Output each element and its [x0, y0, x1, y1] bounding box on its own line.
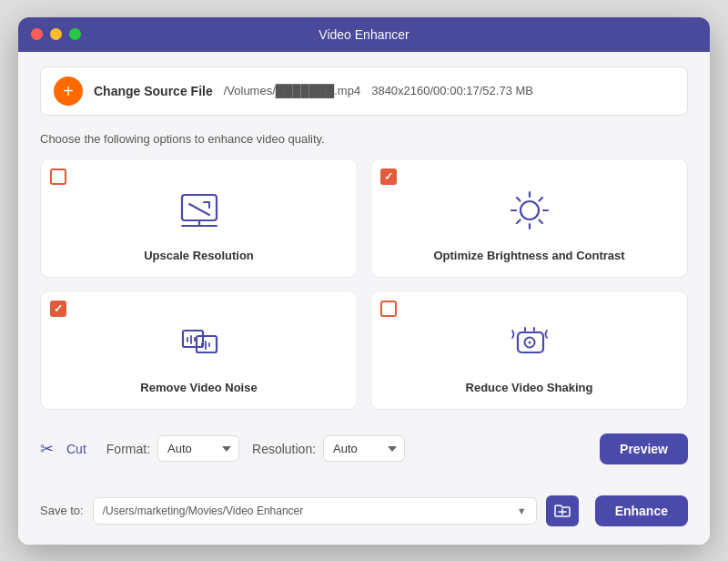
main-window: Video Enhancer + Change Source File /Vol…: [18, 17, 710, 545]
hint-text: Choose the following options to enhance …: [40, 132, 688, 146]
svg-point-25: [528, 341, 531, 343]
minimize-button[interactable]: [50, 28, 62, 40]
save-path-text: /Users/marketing/Movies/Video Enhancer: [103, 505, 304, 517]
folder-icon: [554, 504, 571, 518]
noise-title: Remove Video Noise: [140, 381, 257, 394]
change-source-label: Change Source File: [94, 84, 213, 98]
noise-icon: [172, 315, 227, 370]
options-grid: Upscale Resolution: [40, 158, 688, 410]
enhance-button[interactable]: Enhance: [595, 495, 688, 526]
save-bar: Save to: /Users/marketing/Movies/Video E…: [40, 486, 688, 526]
card-upscale[interactable]: Upscale Resolution: [40, 158, 358, 278]
main-content: + Change Source File /Volumes/███████.mp…: [18, 52, 710, 545]
svg-rect-15: [183, 331, 203, 347]
close-button[interactable]: [31, 28, 43, 40]
card-noise[interactable]: Remove Video Noise: [40, 291, 358, 410]
svg-line-14: [517, 219, 521, 223]
maximize-button[interactable]: [69, 28, 81, 40]
svg-line-12: [539, 219, 542, 223]
file-path: /Volumes/███████.mp4: [224, 84, 360, 97]
save-path-display: /Users/marketing/Movies/Video Enhancer ▼: [93, 497, 537, 525]
card-brightness[interactable]: Optimize Brightness and Contrast: [370, 158, 688, 278]
cut-label: Cut: [66, 442, 86, 456]
svg-rect-0: [182, 195, 217, 220]
path-dropdown-arrow: ▼: [517, 505, 527, 516]
upscale-icon: [172, 183, 227, 238]
save-label: Save to:: [40, 504, 84, 517]
checkbox-noise[interactable]: [50, 301, 66, 317]
brightness-icon: [502, 183, 557, 238]
resolution-dropdown[interactable]: Auto 1080p 4K 720p: [323, 435, 405, 462]
shaking-icon: [502, 315, 557, 370]
svg-line-13: [539, 198, 542, 201]
svg-line-11: [517, 198, 521, 201]
file-meta: 3840x2160/00:00:17/52.73 MB: [371, 84, 533, 97]
preview-button[interactable]: Preview: [600, 434, 688, 464]
add-source-button[interactable]: +: [54, 76, 83, 106]
scissors-icon: ✂: [40, 439, 54, 459]
traffic-lights: [31, 28, 81, 40]
shaking-title: Reduce Video Shaking: [466, 381, 593, 394]
toolbar: ✂ Cut Format: Auto MP4 MOV AVI Resolutio…: [40, 424, 688, 474]
checkbox-brightness[interactable]: [380, 168, 397, 185]
title-bar: Video Enhancer: [18, 17, 710, 52]
card-shaking[interactable]: Reduce Video Shaking: [370, 291, 688, 410]
svg-rect-16: [197, 336, 217, 352]
brightness-title: Optimize Brightness and Contrast: [433, 249, 624, 262]
svg-point-6: [521, 201, 539, 219]
format-dropdown[interactable]: Auto MP4 MOV AVI: [157, 435, 239, 462]
checkbox-shaking[interactable]: [380, 301, 397, 317]
svg-line-3: [189, 204, 209, 215]
format-group: Format: Auto MP4 MOV AVI: [106, 435, 239, 462]
checkbox-upscale[interactable]: [50, 168, 66, 185]
source-bar: + Change Source File /Volumes/███████.mp…: [40, 66, 688, 116]
window-title: Video Enhancer: [318, 27, 409, 42]
resolution-group: Resolution: Auto 1080p 4K 720p: [252, 435, 405, 462]
browse-folder-button[interactable]: [546, 495, 579, 526]
upscale-title: Upscale Resolution: [144, 249, 254, 262]
format-label: Format:: [106, 442, 150, 456]
resolution-label: Resolution:: [252, 442, 316, 456]
